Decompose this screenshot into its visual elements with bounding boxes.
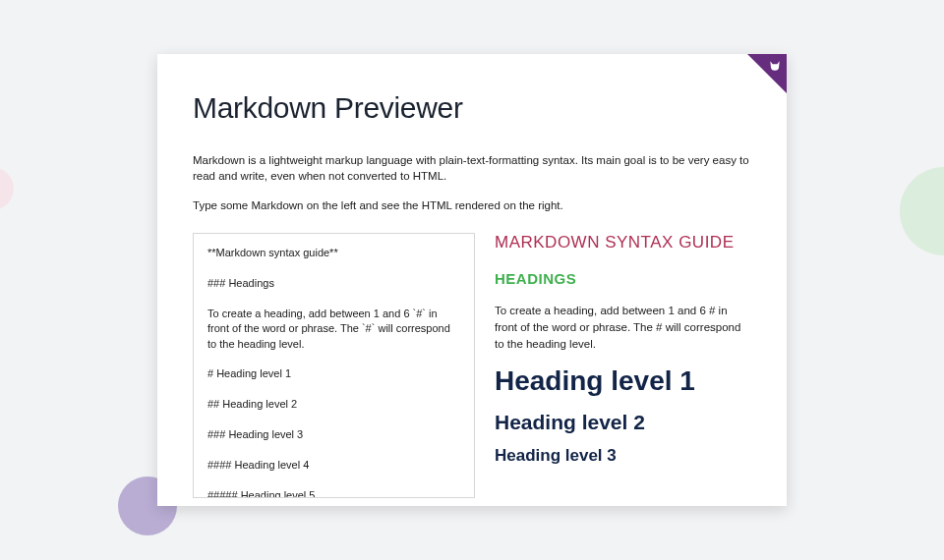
preview-heading-level-3: Heading level 3 — [495, 446, 747, 466]
page-title: Markdown Previewer — [193, 91, 751, 125]
app-card: Markdown Previewer Markdown is a lightwe… — [157, 54, 787, 506]
intro-paragraph-1: Markdown is a lightweight markup languag… — [193, 152, 751, 184]
html-preview: Markdown syntax guide Headings To create… — [491, 233, 751, 498]
intro-paragraph-2: Type some Markdown on the left and see t… — [193, 197, 751, 213]
preview-heading-level-2: Heading level 2 — [495, 411, 747, 434]
preview-paragraph: To create a heading, add between 1 and 6… — [495, 303, 747, 352]
content-area: Markdown Previewer Markdown is a lightwe… — [157, 54, 787, 506]
preview-heading-headings: Headings — [495, 270, 747, 287]
decorative-circle-green — [900, 167, 944, 255]
cat-icon — [768, 59, 782, 73]
preview-heading-level-1: Heading level 1 — [495, 365, 747, 397]
decorative-circle-pink — [0, 167, 14, 210]
panels-row: **Markdown syntax guide** ### Headings T… — [193, 233, 751, 498]
markdown-editor[interactable]: **Markdown syntax guide** ### Headings T… — [193, 233, 475, 498]
preview-bold-title: Markdown syntax guide — [495, 233, 747, 252]
